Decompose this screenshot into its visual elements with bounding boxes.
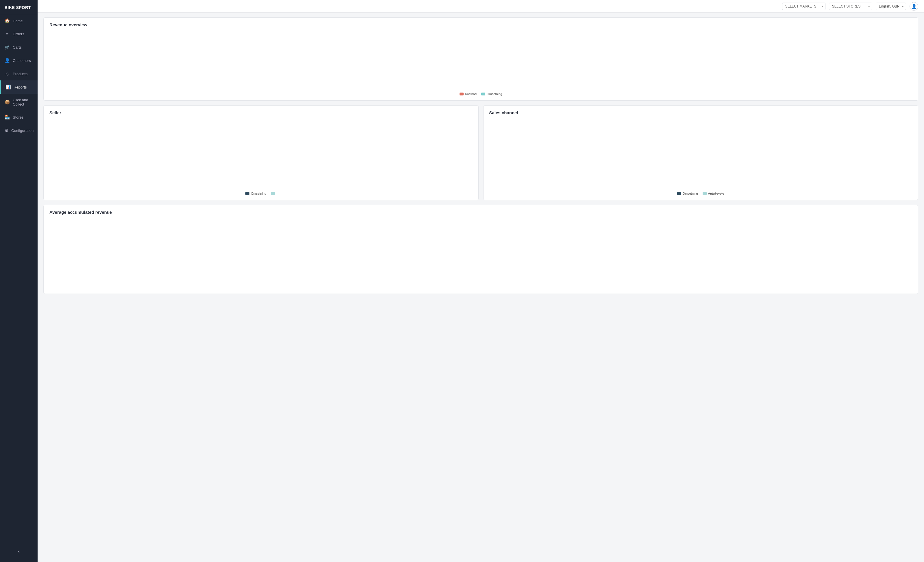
click-collect-icon: 📦	[4, 99, 10, 105]
language-button[interactable]: English, GBP	[876, 3, 906, 10]
revenue-legend: Kostnad Omsetning	[50, 92, 912, 96]
avg-revenue-card: Average accumulated revenue	[44, 205, 918, 294]
sidebar-item-stores[interactable]: 🏪 Stores	[0, 111, 38, 124]
seller-legend: Omsetning	[50, 192, 472, 195]
sidebar-item-reports[interactable]: 📊 Reports	[0, 80, 38, 94]
sales-channel-title: Sales channel	[489, 110, 912, 115]
sidebar-item-click-collect[interactable]: 📦 Click and Collect	[0, 94, 38, 111]
sidebar-item-home[interactable]: 🏠 Home	[0, 14, 38, 27]
sidebar-item-configuration[interactable]: ⚙ Configuration	[0, 124, 38, 137]
language-dropdown-wrap: English, GBP	[876, 3, 906, 10]
seller-card: Seller Omsetning	[44, 105, 478, 200]
user-icon-button[interactable]: 👤	[909, 2, 918, 11]
home-icon: 🏠	[4, 18, 10, 23]
sidebar: BIKE SPORT 🏠 Home ≡ Orders 🛒 Carts 👤 Cus…	[0, 0, 38, 562]
sidebar-item-label: Customers	[13, 59, 31, 63]
sidebar-item-label: Stores	[13, 115, 24, 119]
select-markets-dropdown-wrap: SELECT MARKETS	[782, 3, 825, 10]
sidebar-item-label: Home	[13, 19, 23, 23]
sidebar-item-label: Configuration	[11, 128, 33, 133]
avg-revenue-title: Average accumulated revenue	[50, 210, 912, 215]
seller-legend-antall-color	[271, 192, 275, 195]
user-icon: 👤	[912, 4, 916, 9]
sales-legend-antall: Antall ordre	[703, 192, 724, 195]
sales-channel-chart	[489, 119, 912, 189]
charts-row: Seller Omsetning Sales channel	[44, 105, 918, 200]
accum-revenue-chart	[50, 219, 912, 288]
sales-legend-omsetning: Omsetning	[677, 192, 698, 195]
app-logo: BIKE SPORT	[0, 0, 38, 14]
legend-omsetning: Omsetning	[481, 92, 502, 96]
sidebar-item-carts[interactable]: 🛒 Carts	[0, 41, 38, 54]
seller-legend-omsetning-color	[245, 192, 249, 195]
sales-channel-legend: Omsetning Antall ordre	[489, 192, 912, 195]
legend-kostnad-color	[459, 93, 464, 95]
sidebar-item-orders[interactable]: ≡ Orders	[0, 27, 38, 41]
topbar: SELECT MARKETS SELECT STORES English, GB…	[38, 0, 924, 13]
main-panel: SELECT MARKETS SELECT STORES English, GB…	[38, 0, 924, 562]
sidebar-item-label: Carts	[13, 45, 22, 50]
sidebar-item-label: Click and Collect	[13, 98, 33, 107]
cart-icon: 🛒	[4, 45, 10, 50]
sales-legend-antall-color	[703, 192, 706, 195]
legend-kostnad-label: Kostnad	[465, 92, 477, 96]
sidebar-collapse-button[interactable]: ‹	[0, 546, 38, 557]
stores-icon: 🏪	[4, 114, 10, 120]
select-stores-dropdown-wrap: SELECT STORES	[829, 3, 872, 10]
seller-legend-omsetning-label: Omsetning	[251, 192, 266, 195]
configuration-icon: ⚙	[4, 128, 8, 133]
legend-kostnad: Kostnad	[459, 92, 477, 96]
seller-legend-omsetning: Omsetning	[245, 192, 266, 195]
products-icon: ◇	[4, 71, 10, 77]
seller-chart	[50, 119, 472, 189]
sales-legend-omsetning-label: Omsetning	[682, 192, 698, 195]
revenue-overview-chart	[50, 31, 912, 89]
sales-channel-card: Sales channel Omsetning Antall ordre	[483, 105, 918, 200]
legend-omsetning-label: Omsetning	[487, 92, 502, 96]
orders-icon: ≡	[4, 32, 10, 36]
revenue-overview-title: Revenue overview	[50, 22, 912, 27]
revenue-overview-card: Revenue overview Kostnad Omsetning	[44, 17, 918, 101]
reports-icon: 📊	[6, 84, 11, 90]
customers-icon: 👤	[4, 58, 10, 63]
sales-legend-omsetning-color	[677, 192, 681, 195]
sidebar-item-products[interactable]: ◇ Products	[0, 67, 38, 80]
sidebar-item-label: Reports	[14, 85, 27, 89]
select-stores-dropdown[interactable]: SELECT STORES	[829, 3, 872, 10]
sidebar-item-label: Products	[13, 72, 27, 76]
content-area: Revenue overview Kostnad Omsetning Selle…	[38, 13, 924, 562]
select-markets-dropdown[interactable]: SELECT MARKETS	[782, 3, 825, 10]
sidebar-item-customers[interactable]: 👤 Customers	[0, 54, 38, 67]
seller-title: Seller	[50, 110, 472, 115]
legend-omsetning-color	[481, 93, 485, 95]
sales-legend-antall-label: Antall ordre	[708, 192, 724, 195]
sidebar-item-label: Orders	[13, 32, 24, 36]
seller-legend-antall	[271, 192, 276, 195]
